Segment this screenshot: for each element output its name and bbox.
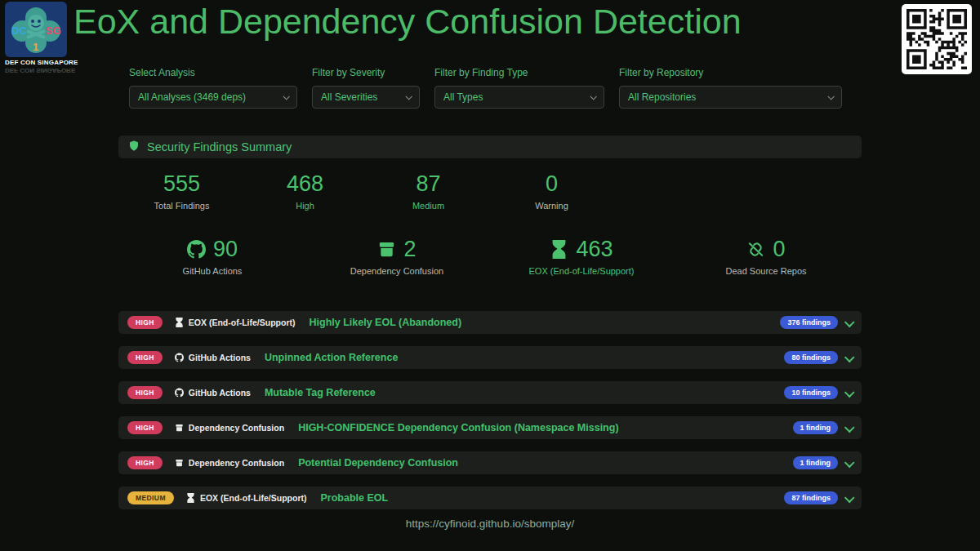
hourglass-icon	[175, 318, 184, 327]
category-stat-item: 2 Dependency Confusion	[305, 237, 489, 276]
finding-type-filter-group: Filter by Finding Type All Types	[434, 67, 604, 109]
finding-type-label: EOX (End-of-Life/Support)	[200, 493, 307, 503]
severity-badge: HIGH	[127, 421, 163, 434]
svg-text:1: 1	[33, 41, 38, 53]
chevron-down-icon	[827, 93, 834, 100]
package-icon	[175, 458, 184, 468]
severity-badge: HIGH	[127, 456, 163, 469]
finding-row[interactable]: HIGH Dependency Confusion Potential Depe…	[118, 451, 862, 474]
defcon-sg-logo-reflection: DEF CON SINGAPORE	[5, 67, 67, 74]
stat-item: 555 Total Findings	[120, 171, 243, 211]
chevron-down-icon[interactable]	[844, 352, 855, 362]
repository-filter-group: Filter by Repository All Repositories	[619, 67, 842, 109]
finding-type-filter[interactable]: All Types	[434, 86, 604, 109]
finding-title: Mutable Tag Reference	[265, 387, 376, 398]
defcon-sg-logo: DC SG 1 DEF CON SINGAPORE DEF CON SINGAP…	[5, 2, 67, 74]
repository-filter-label: Filter by Repository	[619, 67, 842, 78]
findings-count-badge: 80 findings	[784, 351, 838, 364]
chevron-down-icon[interactable]	[844, 492, 855, 503]
analysis-filter[interactable]: All Analyses (3469 deps)	[129, 86, 297, 109]
finding-title: HIGH-CONFIDENCE Dependency Confusion (Na…	[298, 422, 618, 433]
finding-row[interactable]: HIGH EOX (End-of-Life/Support) Highly Li…	[118, 311, 862, 334]
hourglass-icon	[186, 493, 195, 503]
category-stat-item: 463 EOX (End-of-Life/Support)	[489, 237, 674, 276]
finding-type-label: GitHub Actions	[189, 388, 251, 398]
chevron-down-icon	[590, 93, 596, 100]
finding-type-label: Dependency Confusion	[189, 458, 284, 468]
finding-row[interactable]: HIGH Dependency Confusion HIGH-CONFIDENC…	[118, 416, 862, 439]
severity-badge: HIGH	[127, 351, 163, 364]
github-icon	[175, 353, 184, 362]
findings-count-badge: 376 findings	[780, 316, 838, 329]
finding-row[interactable]: HIGH GitHub Actions Unpinned Action Refe…	[118, 346, 862, 369]
defcon-sg-logo-caption: DEF CON SINGAPORE	[5, 59, 67, 66]
chevron-down-icon[interactable]	[844, 317, 855, 327]
repository-filter[interactable]: All Repositories	[619, 86, 842, 109]
findings-list: HIGH EOX (End-of-Life/Support) Highly Li…	[118, 311, 862, 522]
finding-type-filter-label: Filter by Finding Type	[434, 67, 604, 78]
severity-filter-label: Filter by Severity	[312, 67, 420, 78]
severity-filter-group: Filter by Severity All Severities	[312, 67, 420, 109]
severity-badge: HIGH	[127, 386, 163, 399]
findings-count-badge: 1 finding	[793, 456, 839, 469]
stat-item: 468 High	[243, 171, 367, 211]
svg-text:DC: DC	[11, 24, 27, 37]
finding-type-label: Dependency Confusion	[189, 423, 284, 433]
severity-filter[interactable]: All Severities	[312, 86, 420, 109]
finding-title: Probable EOL	[321, 492, 389, 504]
github-icon	[187, 240, 206, 259]
findings-count-badge: 1 finding	[793, 421, 839, 434]
findings-count-badge: 87 findings	[784, 491, 838, 504]
category-stat-item: 90 GitHub Actions	[120, 237, 305, 276]
svg-text:SG: SG	[46, 24, 61, 37]
findings-count-badge: 10 findings	[784, 386, 838, 399]
analysis-filter-label: Select Analysis	[129, 67, 297, 78]
finding-row[interactable]: HIGH GitHub Actions Mutable Tag Referenc…	[118, 381, 862, 404]
package-icon	[377, 240, 396, 259]
finding-type-label: EOX (End-of-Life/Support)	[189, 318, 296, 327]
severity-stats-row: 555 Total Findings 468 High 87 Medium 0 …	[120, 171, 613, 211]
github-icon	[175, 388, 184, 398]
hourglass-icon	[550, 240, 568, 259]
link-slash-icon	[746, 240, 765, 259]
defcon-sg-logo-emblem: DC SG 1	[5, 2, 67, 57]
chevron-down-icon[interactable]	[844, 387, 855, 398]
summary-title: Security Findings Summary	[147, 140, 292, 153]
filters-row: Select Analysis All Analyses (3469 deps)…	[129, 67, 842, 109]
finding-title: Highly Likely EOL (Abandoned)	[310, 317, 462, 328]
qr-code	[902, 4, 972, 74]
category-stat-item: 0 Dead Source Repos	[674, 237, 858, 276]
severity-badge: MEDIUM	[127, 491, 174, 504]
severity-badge: HIGH	[127, 316, 163, 329]
chevron-down-icon[interactable]	[844, 457, 855, 468]
summary-header: Security Findings Summary	[118, 136, 862, 158]
analysis-filter-group: Select Analysis All Analyses (3469 deps)	[129, 67, 297, 109]
finding-type-label: GitHub Actions	[189, 353, 251, 362]
stat-item: 0 Warning	[490, 171, 613, 211]
shield-icon	[128, 140, 140, 154]
chevron-down-icon[interactable]	[844, 422, 855, 433]
chevron-down-icon	[405, 93, 412, 100]
stat-item: 87 Medium	[367, 171, 490, 211]
finding-title: Potential Dependency Confusion	[298, 457, 458, 469]
chevron-down-icon	[283, 93, 289, 100]
finding-title: Unpinned Action Reference	[265, 352, 398, 363]
footer-url: https://cyfinoid.github.io/sbomplay/	[0, 518, 980, 530]
package-icon	[175, 423, 184, 433]
page-title: EoX and Dependency Confusion Detection	[74, 2, 742, 42]
category-stats-row: 90 GitHub Actions 2 Dependency Confusion…	[120, 237, 858, 276]
finding-row[interactable]: MEDIUM EOX (End-of-Life/Support) Probabl…	[118, 487, 862, 509]
